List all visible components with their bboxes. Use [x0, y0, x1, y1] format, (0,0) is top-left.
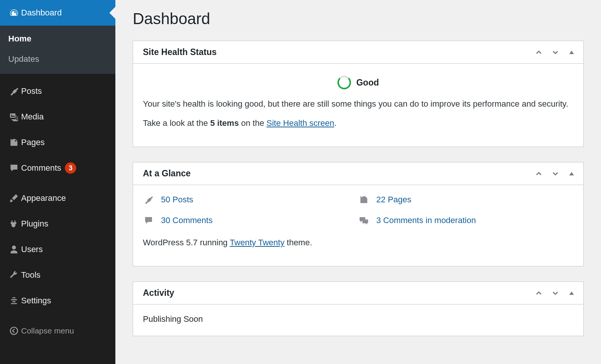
sidebar-item-label: Plugins: [21, 219, 48, 229]
sidebar-sub-updates[interactable]: Updates: [0, 49, 115, 69]
widget-header: Site Health Status: [133, 41, 583, 64]
widget-title: Site Health Status: [143, 47, 217, 57]
sidebar-item-label: Pages: [21, 138, 44, 147]
glance-grid: 50 Posts 22 Pages 30 Comments 3 Comments…: [143, 193, 573, 226]
theme-link[interactable]: Twenty Twenty: [230, 238, 284, 247]
collapse-menu[interactable]: Collapse menu: [0, 318, 115, 344]
sidebar-item-label: Media: [21, 112, 44, 122]
widget-actions: [535, 49, 575, 56]
sidebar-item-label: Tools: [21, 270, 40, 280]
move-up-icon[interactable]: [535, 170, 543, 177]
sidebar-item-posts[interactable]: Posts: [0, 78, 115, 104]
svg-point-0: [10, 327, 17, 334]
health-status: Good: [356, 76, 379, 89]
sidebar-item-label: Comments: [21, 163, 61, 173]
at-a-glance-widget: At a Glance 50 Posts 22 Pages: [133, 162, 584, 266]
widget-actions: [535, 289, 575, 297]
sidebar-item-label: Appearance: [21, 193, 66, 203]
sidebar-item-comments[interactable]: Comments 3: [0, 155, 115, 181]
plug-icon: [7, 219, 21, 229]
health-cta: Take a look at the 5 items on the Site H…: [143, 117, 573, 129]
pages-icon: [358, 195, 369, 205]
main-content: Dashboard Site Health Status Good Your s…: [115, 0, 601, 364]
wrench-icon: [7, 270, 21, 280]
activity-widget: Activity Publishing Soon: [133, 281, 584, 336]
glance-posts: 50 Posts: [143, 193, 358, 206]
sidebar-item-pages[interactable]: Pages: [0, 130, 115, 155]
posts-link[interactable]: 50 Posts: [161, 193, 193, 206]
sidebar-item-label: Settings: [21, 296, 51, 306]
pushpin-icon: [143, 195, 154, 205]
site-health-widget: Site Health Status Good Your site's heal…: [133, 41, 584, 147]
widget-header: Activity: [133, 282, 583, 304]
glance-comments: 30 Comments: [143, 214, 358, 226]
settings-icon: [7, 296, 21, 306]
health-indicator: Good: [143, 76, 573, 89]
health-circle-icon: [337, 76, 351, 89]
sidebar-item-tools[interactable]: Tools: [0, 262, 115, 288]
page-title: Dashboard: [133, 10, 584, 28]
move-up-icon[interactable]: [535, 289, 543, 297]
glance-pages: 22 Pages: [358, 193, 573, 206]
sidebar-item-label: Users: [21, 245, 43, 254]
user-icon: [7, 245, 21, 254]
move-up-icon[interactable]: [535, 49, 543, 56]
toggle-up-icon[interactable]: [568, 49, 575, 56]
sidebar-item-settings[interactable]: Settings: [0, 288, 115, 314]
sidebar-item-plugins[interactable]: Plugins: [0, 211, 115, 237]
sidebar-item-users[interactable]: Users: [0, 237, 115, 262]
move-down-icon[interactable]: [552, 170, 559, 177]
health-desc: Your site's health is looking good, but …: [143, 98, 573, 110]
comment-icon: [143, 216, 154, 225]
glance-footer: WordPress 5.7 running Twenty Twenty them…: [143, 236, 573, 249]
pushpin-icon: [7, 86, 21, 96]
glance-moderation: 3 Comments in moderation: [358, 214, 573, 226]
widget-body: Good Your site's health is looking good,…: [133, 64, 583, 147]
sidebar-item-label: Dashboard: [21, 8, 62, 18]
collapse-icon: [7, 326, 21, 335]
comments-badge: 3: [65, 162, 76, 174]
toggle-up-icon[interactable]: [568, 289, 575, 297]
media-icon: [7, 112, 21, 122]
pages-icon: [7, 138, 21, 147]
widget-title: Activity: [143, 288, 174, 298]
comments-icon: [358, 216, 369, 225]
sidebar-submenu: Home Updates: [0, 26, 115, 74]
move-down-icon[interactable]: [552, 49, 559, 56]
move-down-icon[interactable]: [552, 289, 559, 297]
sidebar-item-media[interactable]: Media: [0, 104, 115, 130]
widget-body: Publishing Soon: [133, 304, 583, 336]
activity-subheading: Publishing Soon: [143, 313, 573, 325]
comments-link[interactable]: 30 Comments: [161, 214, 213, 226]
site-health-link[interactable]: Site Health screen: [267, 118, 334, 128]
pages-link[interactable]: 22 Pages: [376, 193, 411, 206]
widget-header: At a Glance: [133, 162, 583, 185]
widget-actions: [535, 170, 575, 177]
dashboard-icon: [7, 8, 21, 18]
collapse-label: Collapse menu: [21, 326, 74, 335]
brush-icon: [7, 193, 21, 203]
widget-body: 50 Posts 22 Pages 30 Comments 3 Comments…: [133, 185, 583, 266]
sidebar-item-dashboard[interactable]: Dashboard: [0, 0, 115, 26]
sidebar-item-appearance[interactable]: Appearance: [0, 185, 115, 211]
admin-sidebar: Dashboard Home Updates Posts Media Pages…: [0, 0, 115, 364]
comment-icon: [7, 163, 21, 173]
toggle-up-icon[interactable]: [568, 170, 575, 177]
sidebar-sub-home[interactable]: Home: [0, 29, 115, 49]
widget-title: At a Glance: [143, 168, 191, 179]
moderation-link[interactable]: 3 Comments in moderation: [376, 214, 476, 226]
sidebar-item-label: Posts: [21, 86, 42, 96]
